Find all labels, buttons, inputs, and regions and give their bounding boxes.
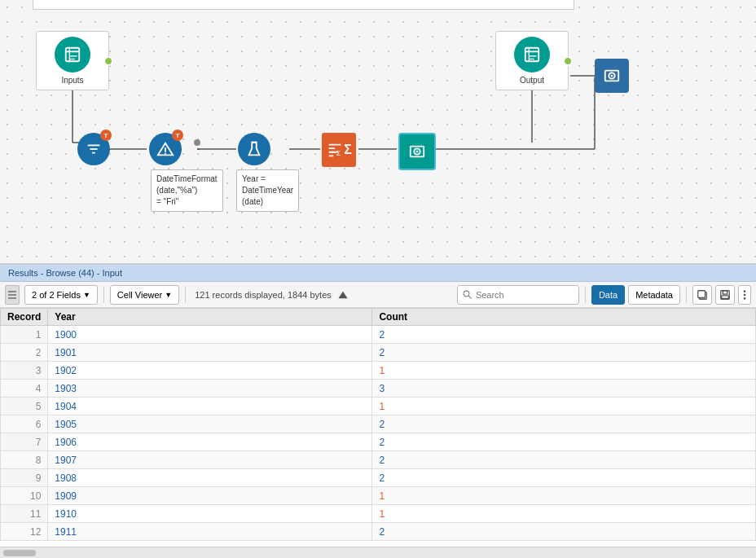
- results-panel: Results - Browse (44) - Input 2 of 2 Fie…: [0, 265, 756, 558]
- col-header-count[interactable]: Count: [372, 309, 756, 326]
- cell-year: 1906: [48, 433, 372, 451]
- cell-count: 3: [372, 380, 756, 398]
- cell-record: 12: [1, 523, 48, 541]
- cell-count: 2: [372, 433, 756, 451]
- svg-text:Σ: Σ: [336, 149, 341, 157]
- fields-label: 2 of 2 Fields: [32, 290, 81, 300]
- filter-node[interactable]: T: [77, 133, 110, 165]
- flask-node[interactable]: [238, 133, 270, 165]
- cell-viewer-button[interactable]: Cell Viewer ▼: [110, 285, 179, 305]
- svg-rect-45: [722, 295, 729, 298]
- toolbar-sep-1: [103, 287, 104, 303]
- svg-point-39: [464, 291, 469, 297]
- cell-year: 1908: [48, 469, 372, 487]
- summarize-node[interactable]: Σ Σ: [322, 133, 356, 167]
- copy-icon: [697, 289, 708, 301]
- svg-rect-44: [723, 290, 727, 293]
- table-row: 1119101: [1, 505, 756, 523]
- search-icon: [463, 290, 472, 300]
- browse-output-node[interactable]: [595, 59, 629, 93]
- fields-selector-button[interactable]: 2 of 2 Fields ▼: [24, 285, 98, 305]
- pipeline-browse-node[interactable]: [398, 133, 436, 170]
- table-row: 419033: [1, 380, 756, 398]
- svg-point-47: [744, 293, 746, 296]
- cell-record: 11: [1, 505, 48, 523]
- cell-year: 1910: [48, 505, 372, 523]
- table-row: 119002: [1, 326, 756, 344]
- inputs-node[interactable]: Inputs: [36, 31, 109, 90]
- table-row: 319021: [1, 362, 756, 380]
- toolbar-sep-4: [686, 287, 687, 303]
- table-row: 219012: [1, 344, 756, 362]
- top-connector-stub: [33, 0, 574, 10]
- data-tab-button[interactable]: Data: [591, 285, 625, 305]
- cell-record: 4: [1, 380, 48, 398]
- records-info: 121 records displayed, 1844 bytes: [195, 290, 332, 300]
- cell-record: 9: [1, 469, 48, 487]
- svg-line-40: [468, 296, 471, 298]
- cell-count: 2: [372, 451, 756, 469]
- scroll-up-button[interactable]: [335, 287, 351, 303]
- fields-dropdown-icon: ▼: [83, 291, 90, 299]
- year-formula-tooltip: Year = DateTimeYear (date): [236, 169, 299, 212]
- table-row: 1219112: [1, 523, 756, 541]
- cell-record: 1: [1, 326, 48, 344]
- cell-record: 3: [1, 362, 48, 380]
- cell-count: 1: [372, 505, 756, 523]
- more-options-button[interactable]: [738, 285, 751, 305]
- svg-point-46: [744, 290, 746, 292]
- output-label: Output: [503, 76, 561, 85]
- cell-record: 8: [1, 451, 48, 469]
- results-title: Results - Browse (44) - Input: [8, 268, 122, 278]
- save-icon: [719, 289, 731, 301]
- cell-year: 1909: [48, 487, 372, 505]
- cell-record: 6: [1, 415, 48, 433]
- inputs-label: Inputs: [43, 76, 102, 85]
- workflow-canvas: Inputs Output: [0, 0, 756, 265]
- col-header-year[interactable]: Year: [48, 309, 372, 326]
- table-row: 719062: [1, 433, 756, 451]
- cell-count: 2: [372, 415, 756, 433]
- copy-button[interactable]: [692, 285, 712, 305]
- datetime-format-tooltip: DateTimeFormat (date,"%a") = "Fri": [151, 169, 223, 212]
- cell-count: 2: [372, 344, 756, 362]
- save-button[interactable]: [715, 285, 735, 305]
- svg-marker-38: [338, 291, 347, 297]
- cell-year: 1902: [48, 362, 372, 380]
- search-container: [457, 285, 579, 305]
- table-row: 519041: [1, 398, 756, 415]
- cell-count: 1: [372, 362, 756, 380]
- cell-viewer-label: Cell Viewer: [117, 290, 162, 300]
- results-toolbar: 2 of 2 Fields ▼ Cell Viewer ▼ 121 record…: [0, 282, 756, 308]
- cell-year: 1903: [48, 380, 372, 398]
- cell-count: 1: [372, 398, 756, 415]
- cell-record: 10: [1, 487, 48, 505]
- svg-point-12: [194, 139, 200, 146]
- table-scroll-area[interactable]: Record Year Count 1190022190123190214190…: [0, 308, 756, 547]
- formula-node[interactable]: T: [149, 133, 182, 165]
- svg-rect-42: [698, 290, 705, 297]
- col-header-record[interactable]: Record: [1, 309, 48, 326]
- cell-record: 7: [1, 433, 48, 451]
- horizontal-scrollbar[interactable]: [0, 547, 756, 558]
- table-row: 1019091: [1, 487, 756, 505]
- panel-handle[interactable]: [5, 285, 20, 305]
- cell-record: 5: [1, 398, 48, 415]
- cell-year: 1901: [48, 344, 372, 362]
- table-row: 919082: [1, 469, 756, 487]
- svg-point-26: [611, 75, 613, 77]
- svg-point-32: [165, 153, 166, 155]
- cell-count: 1: [372, 487, 756, 505]
- search-input[interactable]: [476, 290, 574, 300]
- connection-lines: [0, 0, 756, 263]
- cell-year: 1900: [48, 326, 372, 344]
- toolbar-sep-2: [185, 287, 186, 303]
- cell-record: 2: [1, 344, 48, 362]
- output-node[interactable]: Output: [495, 31, 569, 90]
- metadata-tab-button[interactable]: Metadata: [628, 285, 680, 305]
- table-row: 619052: [1, 415, 756, 433]
- results-header: Results - Browse (44) - Input: [0, 265, 756, 282]
- cell-viewer-dropdown-icon: ▼: [165, 291, 172, 299]
- cell-year: 1911: [48, 523, 372, 541]
- cell-count: 2: [372, 326, 756, 344]
